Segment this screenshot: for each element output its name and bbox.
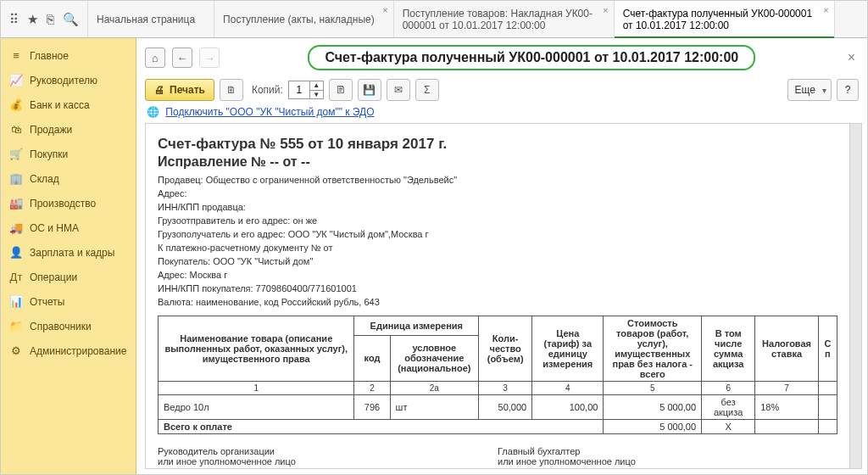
col-last: С п <box>818 316 837 382</box>
sidebar-icon: 🛍 <box>9 123 23 136</box>
scrollbar[interactable] <box>849 124 861 468</box>
sum-button[interactable]: Σ <box>415 79 439 101</box>
document-body[interactable]: Счет-фактура № 555 от 10 января 2017 г. … <box>146 124 849 468</box>
more-button[interactable]: Еще <box>787 79 832 101</box>
doc-line: ИНН/КПП продавца: <box>158 200 837 214</box>
col-name: Наименование товара (описание выполненны… <box>159 316 354 382</box>
sidebar-item-9[interactable]: ДтОперации <box>1 265 136 289</box>
doc-line: Продавец: Общество с ограниченной ответс… <box>158 173 837 187</box>
document-viewport: Счет-фактура № 555 от 10 января 2017 г. … <box>145 123 862 469</box>
copies-stepper[interactable]: ▲▼ <box>288 81 324 99</box>
content-area: ⌂ ← → Счет-фактура полученный УК00-00000… <box>136 38 867 474</box>
star-icon[interactable]: ★ <box>27 12 38 27</box>
colnum: 5 <box>604 382 702 395</box>
sidebar-item-label: Продажи <box>30 124 72 136</box>
tab-label: Поступление (акты, накладные) <box>223 14 375 25</box>
doc-line: К платежно-расчетному документу № от <box>158 241 837 254</box>
colnum: 4 <box>532 382 604 395</box>
doc-line: ИНН/КПП покупателя: 7709860400/771601001 <box>158 282 837 295</box>
sidebar-item-label: Администрирование <box>30 345 126 357</box>
preview-button[interactable]: 🗎 <box>220 79 243 101</box>
toolbar: 🖨Печать 🗎 Копий: ▲▼ 🖹 💾 ✉ Σ Еще ? <box>136 75 867 104</box>
sidebar-item-8[interactable]: 👤Зарплата и кадры <box>1 240 136 265</box>
print-button[interactable]: 🖨Печать <box>145 79 214 101</box>
tab-label: Счет-фактура полученный УК00-000001 от 1… <box>623 8 815 31</box>
help-button[interactable]: ? <box>837 79 859 101</box>
export-button[interactable]: 🖹 <box>329 79 353 101</box>
search-icon[interactable]: 🔍 <box>63 12 79 27</box>
sidebar-item-label: Зарплата и кадры <box>30 247 114 259</box>
sig-left-sub: или иное уполномоченное лицо <box>158 456 498 467</box>
copies-up[interactable]: ▲ <box>309 81 323 91</box>
tab-3[interactable]: Счет-фактура полученный УК00-000001 от 1… <box>615 1 835 37</box>
sidebar-icon: 📈 <box>9 74 23 87</box>
doc-line: Покупатель: ООО "УК "Чистый дом" <box>158 254 837 268</box>
back-button[interactable]: ← <box>172 48 192 68</box>
sidebar-item-10[interactable]: 📊Отчеты <box>1 289 136 314</box>
apps-icon[interactable]: ⠿ <box>9 12 19 27</box>
colnum: 6 <box>702 382 755 395</box>
sidebar-item-label: Главное <box>30 50 69 62</box>
copy-icon[interactable]: ⎘ <box>47 12 54 26</box>
sidebar-item-label: ОС и НМА <box>30 222 79 234</box>
home-button[interactable]: ⌂ <box>145 48 165 68</box>
sidebar-item-12[interactable]: ⚙Администрирование <box>1 338 136 363</box>
title-bar: ⌂ ← → Счет-фактура полученный УК00-00000… <box>136 38 867 75</box>
sig-left-title: Руководитель организации <box>158 446 498 456</box>
sidebar-icon: 🏢 <box>9 172 23 185</box>
sidebar: ≡Главное📈Руководителю💰Банк и касса🛍Прода… <box>1 38 136 474</box>
tab-close-icon[interactable]: × <box>603 4 608 16</box>
sidebar-item-3[interactable]: 🛍Продажи <box>1 117 136 142</box>
tab-close-icon[interactable]: × <box>823 4 828 16</box>
doc-heading: Счет-фактура № 555 от 10 января 2017 г. <box>158 136 837 153</box>
col-taxrate: Налоговая ставка <box>755 316 819 382</box>
sidebar-icon: 💰 <box>9 98 23 111</box>
sidebar-item-0[interactable]: ≡Главное <box>1 43 136 68</box>
save-button[interactable]: 💾 <box>358 79 381 101</box>
doc-line: Грузополучатель и его адрес: ООО "УК "Чи… <box>158 227 837 241</box>
colnum: 3 <box>479 382 532 395</box>
sidebar-item-7[interactable]: 🚚ОС и НМА <box>1 215 136 240</box>
sidebar-icon: 🏭 <box>9 197 23 210</box>
col-code: код <box>354 335 390 381</box>
edo-link[interactable]: Подключить "ООО "УК "Чистый дом"" к ЭДО <box>165 106 374 118</box>
signatures: Руководитель организации или иное уполно… <box>158 446 837 467</box>
tab-label: Поступление товаров: Накладная УК00-0000… <box>403 8 595 31</box>
colnum: 7 <box>755 382 819 395</box>
colnum: 2 <box>354 382 390 395</box>
sig-right-title: Главный бухгалтер <box>498 446 837 456</box>
col-unit: Единица измерения <box>354 316 479 336</box>
tab-close-icon[interactable]: × <box>382 4 387 16</box>
table-row: Ведро 10л 796 шт 50,000 100,00 5 000,00 … <box>159 395 837 420</box>
colnum: 1 <box>159 382 354 395</box>
sidebar-icon: Дт <box>9 271 23 283</box>
sidebar-item-6[interactable]: 🏭Производство <box>1 191 136 215</box>
edo-link-row: 🌐 Подключить "ООО "УК "Чистый дом"" к ЭД… <box>136 104 867 123</box>
sidebar-icon: 📁 <box>9 320 23 332</box>
tab-bar: ⠿ ★ ⎘ 🔍 Начальная страницаПоступление (а… <box>1 1 867 38</box>
copies-down[interactable]: ▼ <box>309 91 323 99</box>
col-excise: В том числе сумма акциза <box>702 316 755 382</box>
col-qty: Коли-чество (объем) <box>479 316 532 382</box>
close-page-button[interactable]: × <box>844 50 859 65</box>
sidebar-item-5[interactable]: 🏢Склад <box>1 166 136 191</box>
sidebar-item-11[interactable]: 📁Справочники <box>1 314 136 338</box>
col-uname: условное обозначение (национальное) <box>390 335 479 381</box>
col-sum: Стоимость товаров (работ, услуг), имущес… <box>604 316 702 382</box>
sidebar-item-4[interactable]: 🛒Покупки <box>1 142 136 166</box>
sidebar-item-2[interactable]: 💰Банк и касса <box>1 92 136 117</box>
copies-input[interactable] <box>289 81 309 98</box>
copies-label: Копий: <box>252 84 283 96</box>
sidebar-item-label: Справочники <box>30 321 92 332</box>
total-row: Всего к оплате 5 000,00 X <box>159 420 837 434</box>
page-title: Счет-фактура полученный УК00-000001 от 1… <box>308 45 755 70</box>
tab-2[interactable]: Поступление товаров: Накладная УК00-0000… <box>394 1 615 37</box>
tab-0[interactable]: Начальная страница <box>88 1 214 37</box>
mail-button[interactable]: ✉ <box>387 79 410 101</box>
sidebar-item-label: Склад <box>30 173 59 185</box>
forward-button[interactable]: → <box>199 48 220 68</box>
sidebar-item-1[interactable]: 📈Руководителю <box>1 68 136 92</box>
invoice-table: Наименование товара (описание выполненны… <box>158 316 837 434</box>
tab-1[interactable]: Поступление (акты, накладные)× <box>214 1 394 37</box>
sidebar-icon: ≡ <box>9 49 23 62</box>
